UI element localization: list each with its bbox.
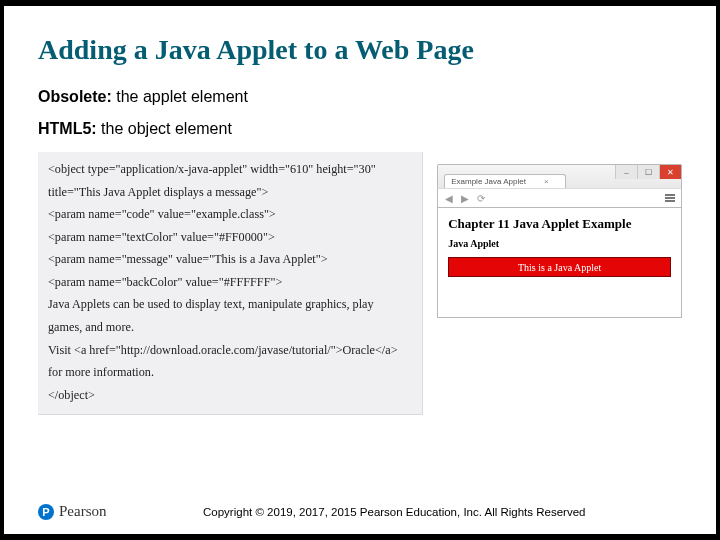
pearson-logo-icon: P (38, 504, 54, 520)
copyright-text: Copyright © 2019, 2017, 2015 Pearson Edu… (107, 506, 683, 518)
pearson-logo-text: Pearson (59, 503, 107, 520)
bullet-obsolete: Obsolete: the applet element (38, 88, 682, 106)
code-line: <param name="backColor" value="#FFFFFF"> (48, 271, 412, 294)
pearson-logo: P Pearson (38, 503, 107, 520)
browser-tab: Example Java Applet × (444, 174, 565, 188)
content-row: <object type="application/x-java-applet"… (38, 152, 682, 415)
close-window-icon: ✕ (659, 165, 681, 179)
bullet-obsolete-label: Obsolete: (38, 88, 112, 105)
minimize-icon: – (615, 165, 637, 179)
code-line: Java Applets can be used to display text… (48, 293, 412, 316)
browser-page: Chapter 11 Java Applet Example Java Appl… (437, 208, 682, 318)
page-heading: Chapter 11 Java Applet Example (448, 216, 671, 232)
menu-icon (665, 194, 675, 202)
forward-icon: ▶ (460, 193, 470, 203)
browser-titlebar: Example Java Applet × – ☐ ✕ (437, 164, 682, 188)
code-line: <param name="code" value="example.class"… (48, 203, 412, 226)
code-line: Visit <a href="http://download.oracle.co… (48, 339, 412, 362)
page-subheading: Java Applet (448, 238, 671, 249)
back-icon: ◀ (444, 193, 454, 203)
code-example: <object type="application/x-java-applet"… (38, 152, 423, 415)
reload-icon: ⟳ (476, 193, 486, 203)
close-icon: × (544, 177, 549, 186)
maximize-icon: ☐ (637, 165, 659, 179)
code-line: games, and more. (48, 316, 412, 339)
code-line: </object> (48, 384, 412, 407)
bullet-html5-text: the object element (97, 120, 232, 137)
code-line: <param name="message" value="This is a J… (48, 248, 412, 271)
bullet-obsolete-text: the applet element (112, 88, 248, 105)
code-line: <param name="textColor" value="#FF0000"> (48, 226, 412, 249)
bullet-html5-label: HTML5: (38, 120, 97, 137)
code-line: title="This Java Applet displays a messa… (48, 181, 412, 204)
applet-text: This is a Java Applet (518, 262, 601, 273)
browser-toolbar: ◀ ▶ ⟳ (437, 188, 682, 208)
browser-screenshot: Example Java Applet × – ☐ ✕ ◀ ▶ ⟳ Chapte… (437, 164, 682, 318)
footer: P Pearson Copyright © 2019, 2017, 2015 P… (38, 503, 682, 520)
window-controls: – ☐ ✕ (615, 165, 681, 179)
code-line: for more information. (48, 361, 412, 384)
bullet-html5: HTML5: the object element (38, 120, 682, 138)
code-line: <object type="application/x-java-applet"… (48, 158, 412, 181)
slide-title: Adding a Java Applet to a Web Page (38, 34, 682, 66)
java-applet-bar: This is a Java Applet (448, 257, 671, 277)
slide: Adding a Java Applet to a Web Page Obsol… (4, 6, 716, 534)
tab-title: Example Java Applet (451, 177, 526, 186)
